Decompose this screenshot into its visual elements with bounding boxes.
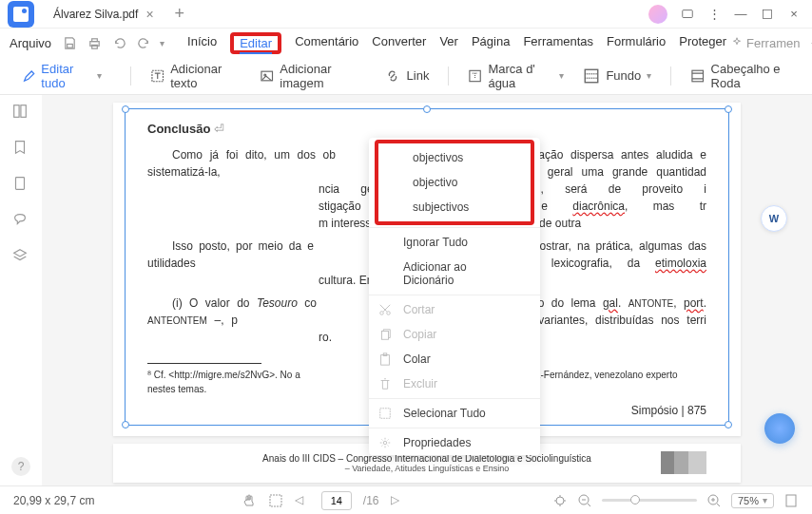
next-page-icon[interactable]: ▷	[391, 493, 406, 508]
bookmarks-icon[interactable]	[11, 139, 30, 158]
document-tab[interactable]: Álvarez Silva.pdf ×	[42, 1, 165, 28]
minimize-icon[interactable]: —	[734, 8, 747, 21]
resize-handle[interactable]	[423, 105, 431, 113]
statusbar: 20,99 x 29,7 cm ◁ /16 ▷ 75%▾	[0, 485, 812, 514]
add-image-label: Adicionar imagem	[280, 62, 364, 90]
tab-comentario[interactable]: Comentário	[295, 32, 358, 54]
prev-page-icon[interactable]: ◁	[295, 493, 310, 508]
add-image-button[interactable]: Adicionar imagem	[260, 62, 365, 90]
background-button[interactable]: Fundo ▾	[583, 67, 651, 85]
paste-item[interactable]: Colar	[369, 347, 540, 371]
resize-handle[interactable]	[122, 105, 129, 113]
help-icon[interactable]: ?	[11, 457, 30, 476]
tab-proteger[interactable]: Proteger	[679, 32, 726, 54]
spellcheck-context-menu: objectivos objectivo subjectivos Ignorar…	[369, 138, 540, 455]
close-window-icon[interactable]: ×	[787, 8, 801, 21]
separator	[369, 227, 540, 228]
select-all-icon	[378, 407, 392, 420]
chevron-down-icon: ▾	[97, 70, 102, 81]
resize-handle[interactable]	[725, 421, 732, 428]
comments-icon[interactable]	[11, 211, 30, 230]
thumbnails-icon[interactable]	[11, 103, 30, 122]
edit-toolbar: Editar tudo ▾ Adicionar texto Adicionar …	[0, 57, 812, 95]
zoom-slider[interactable]	[602, 499, 697, 502]
copy-item[interactable]: Copiar	[369, 322, 540, 347]
select-tool-icon[interactable]	[268, 493, 283, 508]
ignore-all-item[interactable]: Ignorar Tudo	[369, 230, 540, 255]
hand-tool-icon[interactable]	[242, 493, 257, 508]
separator	[448, 67, 449, 86]
feedback-icon[interactable]	[681, 8, 694, 21]
print-icon[interactable]	[86, 34, 103, 51]
svg-rect-23	[380, 409, 391, 419]
page-number-input[interactable]	[321, 491, 352, 510]
redo-icon[interactable]	[135, 34, 152, 51]
properties-item[interactable]: Propriedades	[369, 430, 540, 455]
export-word-button[interactable]: W	[761, 205, 787, 232]
tab-converter[interactable]: Converter	[372, 32, 426, 54]
resize-handle[interactable]	[122, 421, 129, 428]
svg-rect-4	[91, 38, 97, 41]
cut-icon	[378, 303, 392, 316]
highlight-editar: Editar	[230, 32, 281, 54]
page-dimensions: 20,99 x 29,7 cm	[13, 494, 94, 507]
ai-tools-icon[interactable]: Ferramen	[730, 36, 800, 50]
status-right: 75%▾	[552, 493, 799, 508]
qa-chevron-icon[interactable]: ▾	[160, 38, 164, 48]
resize-handle[interactable]	[725, 105, 732, 113]
cut-item[interactable]: Cortar	[369, 297, 540, 322]
link-button[interactable]: Link	[384, 67, 430, 85]
zoom-out-icon[interactable]	[577, 493, 592, 508]
attachments-icon[interactable]	[11, 175, 30, 194]
user-avatar[interactable]	[648, 5, 667, 24]
tab-ferramentas[interactable]: Ferramentas	[523, 32, 593, 54]
suggestion-item[interactable]: subjectivos	[378, 195, 531, 219]
zoom-level-dropdown[interactable]: 75%▾	[731, 493, 774, 508]
close-tab-icon[interactable]: ×	[145, 7, 153, 22]
edit-all-button[interactable]: Editar tudo ▾	[13, 58, 111, 94]
layers-icon[interactable]	[11, 247, 30, 266]
watermark-label: Marca d' água	[488, 62, 553, 90]
zoom-in-icon[interactable]	[706, 493, 722, 508]
header-footer-label: Cabeçalho e Roda	[711, 62, 799, 90]
svg-rect-0	[683, 10, 693, 17]
tab-pagina[interactable]: Página	[472, 32, 510, 54]
left-sidebar: ?	[0, 95, 42, 485]
add-to-dictionary-item[interactable]: Adicionar ao Dicionário	[369, 255, 540, 293]
save-icon[interactable]	[61, 34, 78, 51]
more-icon[interactable]: ⋮	[707, 8, 721, 21]
add-text-button[interactable]: Adicionar texto	[150, 62, 241, 90]
svg-rect-16	[21, 105, 26, 118]
quick-access-icons: ▾	[61, 34, 164, 51]
page-total: /16	[363, 494, 379, 507]
zoom-slider-thumb[interactable]	[630, 495, 640, 504]
tab-editar[interactable]: Editar	[240, 34, 272, 54]
pencil-icon	[23, 68, 35, 84]
separator	[369, 428, 540, 428]
ribbon-tabs: Início Editar Comentário Converter Ver P…	[187, 32, 726, 54]
tab-ver[interactable]: Ver	[439, 32, 458, 54]
watermark-button[interactable]: Marca d' água ▾	[468, 62, 564, 90]
svg-rect-21	[381, 355, 390, 366]
add-tab-icon[interactable]: +	[175, 4, 185, 24]
header-footer-icon	[690, 67, 705, 85]
tab-inicio[interactable]: Início	[187, 32, 217, 54]
link-label: Link	[407, 68, 430, 83]
undo-icon[interactable]	[110, 34, 127, 51]
select-all-item[interactable]: Selecionar Tudo	[369, 401, 540, 426]
ai-assistant-button[interactable]	[764, 413, 795, 444]
background-label: Fundo	[606, 68, 641, 83]
suggestion-item[interactable]: objectivos	[378, 145, 531, 170]
suggestion-item[interactable]: objectivo	[378, 170, 531, 195]
header-footer-button[interactable]: Cabeçalho e Roda	[690, 62, 799, 90]
separator	[369, 295, 540, 295]
background-icon	[583, 67, 600, 85]
svg-rect-5	[91, 45, 97, 48]
fit-width-icon[interactable]	[552, 493, 568, 508]
menubar-right: Ferramen	[730, 36, 812, 50]
menu-file[interactable]: Arquivo	[10, 36, 51, 50]
delete-item[interactable]: Excluir	[369, 371, 540, 396]
tab-formulario[interactable]: Formulário	[607, 32, 666, 54]
maximize-icon[interactable]	[761, 8, 774, 21]
view-mode-icon[interactable]	[783, 493, 799, 508]
